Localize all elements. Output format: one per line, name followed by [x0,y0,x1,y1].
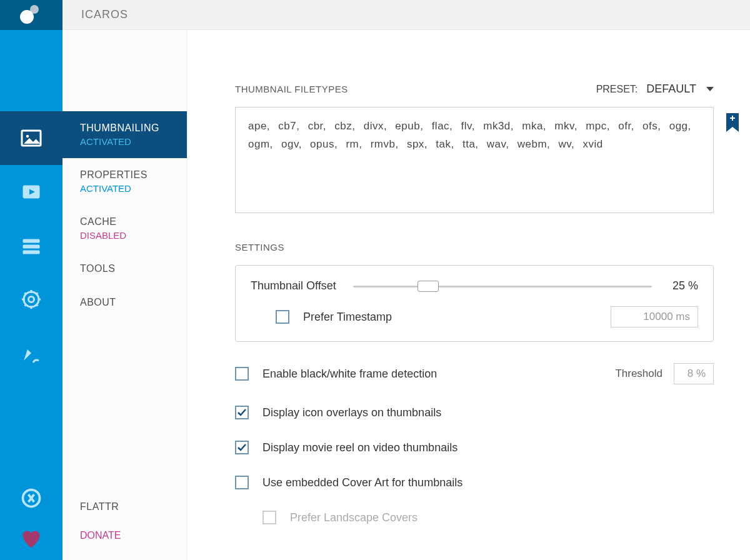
donate-label: DONATE [80,530,169,541]
menu-item-tools[interactable]: TOOLS [62,252,187,286]
setting-label: Prefer Landscape Covers [290,511,418,524]
gear-icon [20,288,42,311]
image-icon [20,127,42,149]
svg-point-7 [29,297,34,302]
timestamp-input[interactable] [611,306,698,328]
offset-panel: Thumbnail Offset 25 % Prefer Timestamp [235,265,714,342]
offset-value: 25 % [667,279,698,292]
nav-icon-tools[interactable] [0,272,62,326]
heart-icon [20,528,42,551]
setting-label: Use embedded Cover Art for thumbnails [262,476,462,489]
flattr-icon [20,487,42,509]
pen-icon [20,342,42,364]
nav-icon-about[interactable] [0,326,62,380]
filetypes-input[interactable]: ape, cb7, cbr, cbz, divx, epub, flac, fl… [235,107,714,213]
filetypes-heading: THUMBNAIL FILETYPES [235,84,348,94]
app-title: ICAROS [81,8,128,21]
settings-heading: SETTINGS [235,242,714,252]
menu-title: CACHE [80,216,169,228]
preset-value: DEFAULT [646,82,696,96]
prefer-timestamp-label: Prefer Timestamp [303,311,392,324]
threshold-group: Threshold [615,363,714,384]
menu-title: FLATTR [80,501,169,512]
svg-rect-3 [23,239,40,243]
svg-rect-4 [23,245,40,249]
nav-icon-thumbnailing[interactable] [0,111,62,165]
setting-label: Display icon overlays on thumbnails [262,406,441,419]
menu-status: DISABLED [80,230,169,241]
chevron-down-icon [706,87,714,91]
stack-icon [20,234,42,257]
slider-thumb[interactable] [418,281,439,292]
svg-point-1 [26,135,29,138]
preset-label: PRESET: [596,84,638,95]
menu-item-flattr[interactable]: FLATTR [62,492,187,521]
setting-row: Enable black/white frame detectionThresh… [235,363,714,384]
menu-item-thumbnailing[interactable]: THUMBNAILING ACTIVATED [62,111,187,158]
menu-status: ACTIVATED [80,136,169,147]
menu-title: PROPERTIES [80,169,169,181]
menu-title: ABOUT [80,297,169,308]
main-content: THUMBNAIL FILETYPES PRESET: DEFAULT ape,… [188,30,750,560]
preset-select[interactable]: DEFAULT [646,82,714,96]
offset-slider[interactable] [353,284,652,289]
setting-checkbox[interactable] [235,476,249,489]
setting-checkbox[interactable] [235,406,249,419]
setting-checkbox[interactable] [235,367,249,381]
menu-item-cache[interactable]: CACHE DISABLED [62,205,187,252]
play-icon [20,181,42,203]
bookmark-add-icon[interactable] [725,113,740,136]
menu-sidebar: THUMBNAILING ACTIVATED PROPERTIES ACTIVA… [62,30,188,560]
setting-row: Display movie reel on video thumbnails [235,441,714,454]
menu-item-donate[interactable]: DONATE [62,521,187,550]
threshold-label: Threshold [615,368,662,380]
setting-row: Prefer Landscape Covers [262,511,714,524]
nav-icon-donate[interactable] [0,519,62,560]
setting-row: Display icon overlays on thumbnails [235,406,714,419]
nav-icon-cache[interactable] [0,219,62,272]
threshold-input[interactable] [674,363,714,384]
menu-status: ACTIVATED [80,183,169,194]
setting-checkbox[interactable] [235,441,249,454]
menu-item-properties[interactable]: PROPERTIES ACTIVATED [62,158,187,205]
svg-rect-5 [23,251,40,254]
nav-icon-properties[interactable] [0,165,62,219]
menu-title: TOOLS [80,263,169,274]
titlebar: ICAROS [0,0,750,30]
menu-title: THUMBNAILING [80,122,169,134]
app-logo [0,0,62,30]
nav-icon-flattr[interactable] [0,478,62,519]
offset-label: Thumbnail Offset [251,279,338,292]
menu-item-about[interactable]: ABOUT [62,286,187,319]
setting-row: Use embedded Cover Art for thumbnails [235,476,714,489]
setting-label: Enable black/white frame detection [262,368,437,381]
setting-checkbox [262,511,276,524]
setting-label: Display movie reel on video thumbnails [262,441,458,454]
icon-sidebar [0,30,62,560]
prefer-timestamp-checkbox[interactable] [276,310,289,324]
